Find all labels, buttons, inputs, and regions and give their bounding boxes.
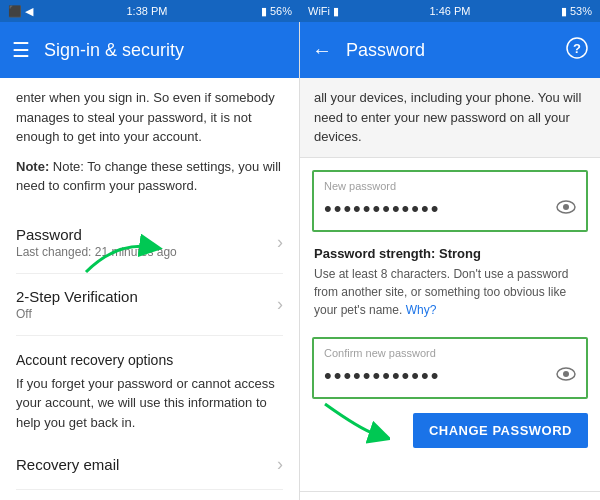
status-battery-left: ▮ 56% xyxy=(261,5,292,18)
two-step-item-subtitle: Off xyxy=(16,307,277,321)
confirm-password-eye-icon[interactable] xyxy=(556,365,576,386)
green-arrow-btn xyxy=(310,399,390,449)
svg-text:?: ? xyxy=(573,41,581,56)
help-icon[interactable]: ? xyxy=(566,37,588,64)
confirm-password-label: Confirm new password xyxy=(324,347,576,359)
why-link[interactable]: Why? xyxy=(406,303,437,317)
new-password-row: •••••••••••• xyxy=(324,196,576,222)
account-recovery-title: Account recovery options xyxy=(16,352,283,368)
new-password-dots: •••••••••••• xyxy=(324,196,556,222)
status-time-left: 1:38 PM xyxy=(127,5,168,17)
change-password-row: CHANGE PASSWORD xyxy=(300,409,600,458)
left-content: enter when you sign in. So even if someb… xyxy=(0,78,299,500)
left-header: ☰ Sign-in & security xyxy=(0,22,299,78)
status-wifi-right: WiFi ▮ xyxy=(308,5,339,18)
password-chevron: › xyxy=(277,232,283,253)
confirm-password-dots: •••••••••••• xyxy=(324,363,556,389)
status-bar-right: WiFi ▮ 1:46 PM ▮ 53% xyxy=(300,0,600,22)
account-recovery-desc: If you forget your password or cannot ac… xyxy=(16,374,283,433)
right-header-left: ← Password xyxy=(312,39,425,62)
svg-point-4 xyxy=(563,204,569,210)
status-icons-left: ⬛ ◀ xyxy=(8,5,33,18)
strength-desc: Use at least 8 characters. Don't use a p… xyxy=(314,265,586,319)
password-item-subtitle: Last changed: 21 minutes ago xyxy=(16,245,277,259)
status-time-right: 1:46 PM xyxy=(429,5,470,17)
password-item-wrapper: Password Last changed: 21 minutes ago › xyxy=(16,212,283,274)
svg-point-6 xyxy=(563,371,569,377)
right-content: all your devices, including your phone. … xyxy=(300,78,600,491)
recovery-email-title: Recovery email xyxy=(16,456,277,473)
back-arrow-icon[interactable]: ← xyxy=(312,39,332,62)
recovery-email-menu-item[interactable]: Recovery email › xyxy=(16,440,283,490)
new-password-eye-icon[interactable] xyxy=(556,198,576,219)
right-panel-title: Password xyxy=(346,40,425,61)
status-battery-right: ▮ 53% xyxy=(561,5,592,18)
right-content-wrapper: all your devices, including your phone. … xyxy=(300,78,600,500)
help-circle-icon: ? xyxy=(566,37,588,59)
two-step-item-content: 2-Step Verification Off xyxy=(16,288,277,321)
right-header: ← Password ? xyxy=(300,22,600,78)
left-intro-text: enter when you sign in. So even if someb… xyxy=(16,88,283,147)
new-password-label: New password xyxy=(324,180,576,192)
password-menu-item[interactable]: Password Last changed: 21 minutes ago › xyxy=(16,212,283,274)
two-step-menu-item[interactable]: 2-Step Verification Off › xyxy=(16,274,283,336)
two-step-item-title: 2-Step Verification xyxy=(16,288,277,305)
left-panel-title: Sign-in & security xyxy=(44,40,184,61)
left-panel: ☰ Sign-in & security enter when you sign… xyxy=(0,22,300,500)
confirm-password-row: •••••••••••• xyxy=(324,363,576,389)
strength-title: Password strength: Strong xyxy=(314,246,586,261)
status-bar-left: ⬛ ◀ 1:38 PM ▮ 56% xyxy=(0,0,300,22)
strength-section: Password strength: Strong Use at least 8… xyxy=(300,240,600,329)
password-item-title: Password xyxy=(16,226,277,243)
right-panel: ← Password ? all your devices, including… xyxy=(300,22,600,500)
right-intro-text: all your devices, including your phone. … xyxy=(300,78,600,158)
recovery-email-chevron: › xyxy=(277,454,283,475)
recovery-email-content: Recovery email xyxy=(16,456,277,473)
status-bar: ⬛ ◀ 1:38 PM ▮ 56% WiFi ▮ 1:46 PM ▮ 53% xyxy=(0,0,600,22)
bottom-links: Google Terms & Privacy Help xyxy=(300,491,600,500)
note-text: Note: Note: To change these settings, yo… xyxy=(16,157,283,196)
menu-icon[interactable]: ☰ xyxy=(12,38,30,62)
eye-svg xyxy=(556,200,576,214)
change-password-button[interactable]: CHANGE PASSWORD xyxy=(413,413,588,448)
confirm-password-field[interactable]: Confirm new password •••••••••••• xyxy=(312,337,588,399)
new-password-field[interactable]: New password •••••••••••• xyxy=(312,170,588,232)
eye-svg-2 xyxy=(556,367,576,381)
two-step-chevron: › xyxy=(277,294,283,315)
password-item-content: Password Last changed: 21 minutes ago xyxy=(16,226,277,259)
